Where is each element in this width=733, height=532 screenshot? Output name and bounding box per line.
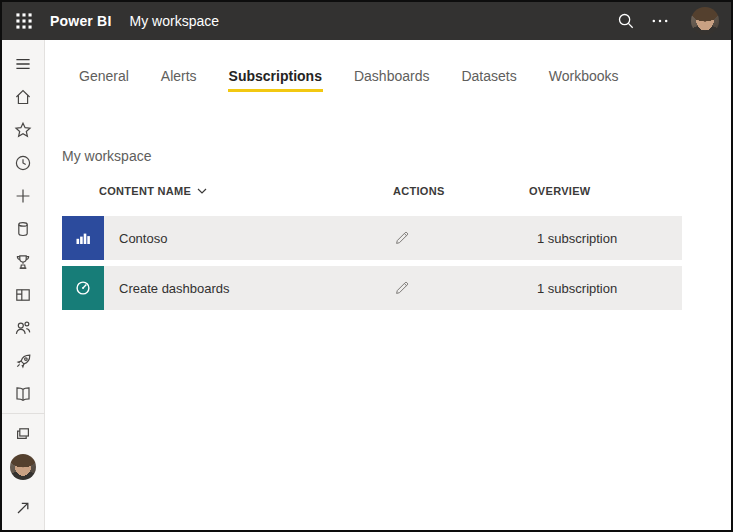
- tab-datasets[interactable]: Datasets: [460, 68, 517, 92]
- pencil-icon: [393, 229, 411, 247]
- column-header-overview: OVERVIEW: [529, 185, 682, 197]
- database-icon: [13, 219, 33, 239]
- column-header-content-name[interactable]: CONTENT NAME: [62, 185, 393, 197]
- waffle-icon: [14, 11, 34, 31]
- more-options-button[interactable]: [643, 4, 677, 38]
- diagonal-arrow-icon: [13, 498, 33, 518]
- tab-dashboards[interactable]: Dashboards: [353, 68, 431, 92]
- nav-workspaces-button[interactable]: [2, 417, 45, 450]
- workspace-heading: My workspace: [62, 148, 731, 164]
- table-row[interactable]: Create dashboards 1 subscription: [62, 266, 682, 310]
- clock-icon: [13, 153, 33, 173]
- topbar: Power BI My workspace: [2, 2, 731, 40]
- rocket-icon: [13, 351, 33, 371]
- nav-create-button[interactable]: [2, 179, 45, 212]
- nav-favorites-button[interactable]: [2, 113, 45, 146]
- tab-general[interactable]: General: [78, 68, 130, 92]
- nav-pipelines-button[interactable]: [2, 344, 45, 377]
- sort-chevron-down-icon: [197, 188, 207, 194]
- my-workspace-avatar: [10, 454, 36, 480]
- content-name: Contoso: [104, 231, 393, 246]
- left-nav: [2, 40, 45, 530]
- hamburger-icon: [13, 54, 33, 74]
- nav-expand-button[interactable]: [2, 491, 45, 524]
- column-header-actions: ACTIONS: [393, 185, 529, 197]
- account-avatar[interactable]: [691, 7, 719, 35]
- nav-shared-button[interactable]: [2, 311, 45, 344]
- actions-cell: [393, 229, 529, 247]
- nav-menu-button[interactable]: [2, 47, 45, 80]
- search-icon: [616, 11, 636, 31]
- powerbi-window: Power BI My workspace: [0, 0, 733, 532]
- content-name: Create dashboards: [104, 281, 393, 296]
- settings-tabs: General Alerts Subscriptions Dashboards …: [62, 40, 731, 92]
- main-content: General Alerts Subscriptions Dashboards …: [45, 40, 731, 530]
- nav-home-button[interactable]: [2, 80, 45, 113]
- star-icon: [13, 120, 33, 140]
- app-name[interactable]: Power BI: [50, 13, 112, 29]
- nav-learn-button[interactable]: [2, 377, 45, 410]
- edit-subscription-button[interactable]: [393, 279, 411, 297]
- ellipsis-icon: [650, 11, 670, 31]
- home-icon: [13, 87, 33, 107]
- overview-text: 1 subscription: [529, 281, 682, 296]
- people-icon: [13, 318, 33, 338]
- overview-text: 1 subscription: [529, 231, 682, 246]
- nav-goals-button[interactable]: [2, 245, 45, 278]
- gauge-icon: [74, 279, 92, 297]
- pencil-icon: [393, 279, 411, 297]
- app-launcher-button[interactable]: [7, 4, 41, 38]
- topbar-workspace-name[interactable]: My workspace: [130, 13, 219, 29]
- tab-subscriptions[interactable]: Subscriptions: [228, 68, 323, 92]
- tab-alerts[interactable]: Alerts: [160, 68, 198, 92]
- subscriptions-table: CONTENT NAME ACTIONS OVERVIEW: [62, 185, 682, 310]
- tab-workbooks[interactable]: Workbooks: [548, 68, 620, 92]
- body: General Alerts Subscriptions Dashboards …: [2, 40, 731, 530]
- table-header-row: CONTENT NAME ACTIONS OVERVIEW: [62, 185, 682, 197]
- edit-subscription-button[interactable]: [393, 229, 411, 247]
- trophy-icon: [13, 252, 33, 272]
- nav-my-workspace-button[interactable]: [2, 450, 45, 483]
- table-body: Contoso 1 subscription: [62, 216, 682, 310]
- apps-window-icon: [13, 285, 33, 305]
- table-row[interactable]: Contoso 1 subscription: [62, 216, 682, 260]
- content-tile: [62, 216, 104, 260]
- book-icon: [13, 384, 33, 404]
- bar-chart-icon: [74, 229, 92, 247]
- nav-datasets-button[interactable]: [2, 212, 45, 245]
- content-tile: [62, 266, 104, 310]
- nav-recent-button[interactable]: [2, 146, 45, 179]
- plus-icon: [13, 186, 33, 206]
- actions-cell: [393, 279, 529, 297]
- layers-icon: [13, 424, 33, 444]
- sidebar-divider: [2, 413, 45, 414]
- nav-apps-button[interactable]: [2, 278, 45, 311]
- search-button[interactable]: [609, 4, 643, 38]
